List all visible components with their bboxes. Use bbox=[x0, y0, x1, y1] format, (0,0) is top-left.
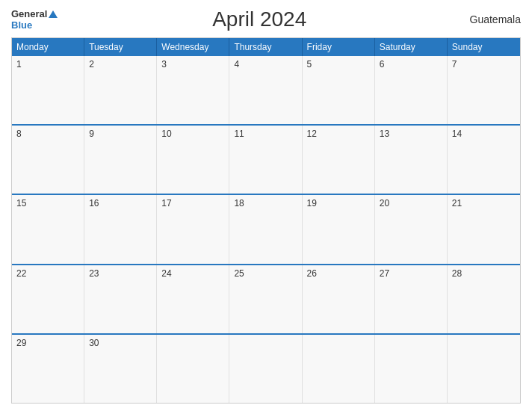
day-cell bbox=[448, 335, 520, 403]
day-header-thursday: Thursday bbox=[229, 38, 302, 56]
day-number: 26 bbox=[307, 268, 317, 279]
day-cell: 1 bbox=[12, 56, 84, 124]
day-headers-row: MondayTuesdayWednesdayThursdayFridaySatu… bbox=[12, 38, 520, 56]
day-number: 20 bbox=[380, 198, 389, 208]
day-header-saturday: Saturday bbox=[375, 38, 448, 56]
day-number: 27 bbox=[380, 268, 389, 279]
day-cell: 2 bbox=[84, 56, 157, 124]
day-number: 24 bbox=[161, 268, 171, 279]
day-number: 16 bbox=[89, 198, 99, 208]
day-cell: 14 bbox=[448, 126, 520, 194]
day-cell: 13 bbox=[375, 126, 448, 194]
day-number: 3 bbox=[161, 59, 167, 69]
day-cell: 30 bbox=[84, 335, 157, 403]
day-cell: 9 bbox=[84, 126, 157, 194]
day-number: 25 bbox=[234, 268, 244, 279]
day-number: 28 bbox=[452, 268, 462, 279]
day-cell: 27 bbox=[375, 265, 448, 333]
day-number: 5 bbox=[307, 59, 312, 69]
day-header-wednesday: Wednesday bbox=[157, 38, 229, 56]
week-row-2: 891011121314 bbox=[12, 124, 520, 194]
day-cell: 22 bbox=[12, 265, 84, 333]
day-number: 15 bbox=[16, 198, 26, 208]
day-number: 2 bbox=[89, 59, 94, 69]
day-number: 9 bbox=[89, 129, 94, 139]
logo: General Blue bbox=[11, 8, 58, 31]
day-cell: 21 bbox=[448, 195, 520, 263]
calendar-weeks: 1234567891011121314151617181920212223242… bbox=[12, 56, 520, 403]
day-cell: 19 bbox=[303, 195, 375, 263]
day-cell bbox=[375, 335, 448, 403]
day-cell: 25 bbox=[229, 265, 302, 333]
week-row-4: 22232425262728 bbox=[12, 264, 520, 333]
day-number: 13 bbox=[380, 129, 389, 139]
day-number: 17 bbox=[161, 198, 171, 208]
day-cell: 12 bbox=[303, 126, 375, 194]
day-number: 29 bbox=[16, 338, 26, 348]
day-number: 21 bbox=[452, 198, 462, 208]
day-number: 1 bbox=[16, 59, 22, 69]
day-number: 10 bbox=[161, 129, 171, 139]
calendar-title: April 2024 bbox=[58, 7, 461, 31]
day-cell: 20 bbox=[375, 195, 448, 263]
day-cell: 5 bbox=[303, 56, 375, 124]
logo-blue-text: Blue bbox=[11, 19, 32, 31]
day-cell: 24 bbox=[157, 265, 229, 333]
day-cell: 23 bbox=[84, 265, 157, 333]
day-number: 7 bbox=[452, 59, 457, 69]
logo-triangle-icon bbox=[49, 10, 58, 18]
day-number: 14 bbox=[452, 129, 462, 139]
day-header-friday: Friday bbox=[303, 38, 375, 56]
week-row-5: 2930 bbox=[12, 333, 520, 403]
day-number: 22 bbox=[16, 268, 26, 279]
day-number: 19 bbox=[307, 198, 317, 208]
day-number: 11 bbox=[234, 129, 244, 139]
day-header-tuesday: Tuesday bbox=[84, 38, 157, 56]
day-cell: 18 bbox=[229, 195, 302, 263]
day-number: 6 bbox=[380, 59, 385, 69]
day-cell: 26 bbox=[303, 265, 375, 333]
day-cell bbox=[157, 335, 229, 403]
day-number: 12 bbox=[307, 129, 317, 139]
day-cell: 28 bbox=[448, 265, 520, 333]
week-row-3: 15161718192021 bbox=[12, 194, 520, 263]
page-header: General Blue April 2024 Guatemala bbox=[11, 7, 521, 31]
day-cell: 10 bbox=[157, 126, 229, 194]
day-cell: 16 bbox=[84, 195, 157, 263]
day-cell: 7 bbox=[448, 56, 520, 124]
day-number: 4 bbox=[234, 59, 239, 69]
day-cell bbox=[303, 335, 375, 403]
country-label: Guatemala bbox=[461, 13, 521, 25]
day-cell: 29 bbox=[12, 335, 84, 403]
day-cell: 6 bbox=[375, 56, 448, 124]
day-cell: 3 bbox=[157, 56, 229, 124]
day-cell: 15 bbox=[12, 195, 84, 263]
day-cell: 8 bbox=[12, 126, 84, 194]
day-cell: 4 bbox=[229, 56, 302, 124]
day-number: 18 bbox=[234, 198, 244, 208]
week-row-1: 1234567 bbox=[12, 56, 520, 124]
day-number: 30 bbox=[89, 338, 99, 348]
day-cell: 11 bbox=[229, 126, 302, 194]
calendar: MondayTuesdayWednesdayThursdayFridaySatu… bbox=[11, 37, 521, 404]
day-header-sunday: Sunday bbox=[448, 38, 520, 56]
day-number: 23 bbox=[89, 268, 99, 279]
day-cell: 17 bbox=[157, 195, 229, 263]
day-number: 8 bbox=[16, 129, 22, 139]
logo-general-text: General bbox=[11, 8, 47, 19]
day-header-monday: Monday bbox=[12, 38, 84, 56]
day-cell bbox=[229, 335, 302, 403]
